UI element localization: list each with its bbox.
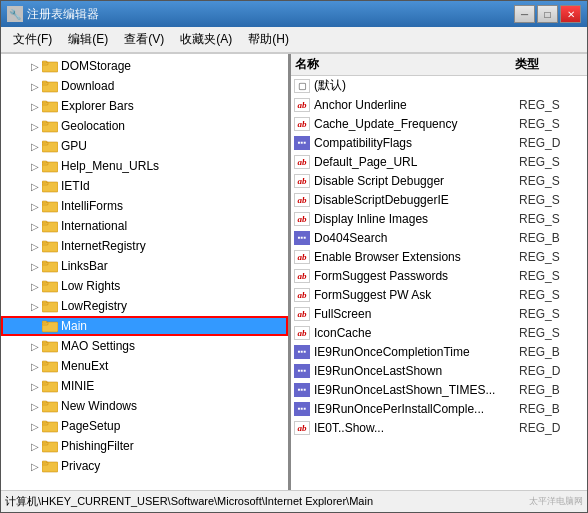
tree-item-label: Privacy — [61, 459, 100, 473]
tree-item-label: New Windows — [61, 399, 137, 413]
folder-icon — [42, 339, 58, 353]
tree-item[interactable]: ▷ New Windows — [1, 396, 288, 416]
list-item[interactable]: ▪▪▪CompatibilityFlagsREG_D — [291, 133, 587, 152]
bin-icon: ▪▪▪ — [294, 136, 310, 150]
bin-icon: ▪▪▪ — [294, 402, 310, 416]
registry-values-list[interactable]: ▢(默认)abAnchor UnderlineREG_SabCache_Upda… — [291, 76, 587, 490]
value-type: REG_S — [519, 117, 585, 131]
watermark: 太平洋电脑网 — [503, 495, 583, 508]
ab-icon: ab — [294, 307, 310, 321]
tree-item[interactable]: ▷ Geolocation — [1, 116, 288, 136]
folder-icon — [42, 459, 58, 473]
folder-icon — [42, 179, 58, 193]
ab-icon: ab — [294, 212, 310, 226]
menu-edit[interactable]: 编辑(E) — [60, 29, 116, 50]
value-type: REG_D — [519, 136, 585, 150]
tree-item[interactable]: ▷ Help_Menu_URLs — [1, 156, 288, 176]
tree-item-label: LinksBar — [61, 259, 108, 273]
list-item[interactable]: abCache_Update_FrequencyREG_S — [291, 114, 587, 133]
list-item[interactable]: abFormSuggest PW AskREG_S — [291, 285, 587, 304]
tree-item[interactable]: ▷ Explorer Bars — [1, 96, 288, 116]
tree-item-label: International — [61, 219, 127, 233]
folder-icon — [42, 219, 58, 233]
list-item[interactable]: ▪▪▪IE9RunOncePerInstallComple...REG_B — [291, 399, 587, 418]
folder-icon — [42, 439, 58, 453]
tree-item[interactable]: ▷ PhishingFilter — [1, 436, 288, 456]
close-button[interactable]: ✕ — [560, 5, 581, 23]
folder-icon — [42, 119, 58, 133]
tree-item[interactable]: ▷ PageSetup — [1, 416, 288, 436]
tree-item[interactable]: ▷ MAO Settings — [1, 336, 288, 356]
list-item[interactable]: abDisplay Inline ImagesREG_S — [291, 209, 587, 228]
tree-item[interactable]: ▷ DOMStorage — [1, 56, 288, 76]
list-item[interactable]: abIconCacheREG_S — [291, 323, 587, 342]
list-item[interactable]: abIE0T..Show...REG_D — [291, 418, 587, 437]
ab-icon: ab — [294, 250, 310, 264]
expand-arrow-icon: ▷ — [29, 420, 41, 432]
value-name: Disable Script Debugger — [314, 174, 519, 188]
list-item[interactable]: abFormSuggest PasswordsREG_S — [291, 266, 587, 285]
ab-icon: ab — [294, 117, 310, 131]
list-item[interactable]: ▪▪▪IE9RunOnceLastShownREG_D — [291, 361, 587, 380]
svg-rect-8 — [42, 101, 47, 103]
tree-item[interactable]: ▷ LowRegistry — [1, 296, 288, 316]
col-name-header: 名称 — [295, 56, 515, 73]
tree-item[interactable]: ▷ Download — [1, 76, 288, 96]
list-item[interactable]: abDisableScriptDebuggerIEREG_S — [291, 190, 587, 209]
tree-item-label: Low Rights — [61, 279, 120, 293]
menu-favorites[interactable]: 收藏夹(A) — [172, 29, 240, 50]
value-name: Default_Page_URL — [314, 155, 519, 169]
tree-item[interactable]: ▷ IETId — [1, 176, 288, 196]
tree-item[interactable]: ▷ MenuExt — [1, 356, 288, 376]
list-item[interactable]: abFullScreenREG_S — [291, 304, 587, 323]
value-type: REG_S — [519, 326, 585, 340]
tree-item[interactable]: ▷ MINIE — [1, 376, 288, 396]
list-item[interactable]: ▢(默认) — [291, 76, 587, 95]
tree-item[interactable]: ▷ Low Rights — [1, 276, 288, 296]
list-item[interactable]: abEnable Browser ExtensionsREG_S — [291, 247, 587, 266]
expand-arrow-icon: ▷ — [29, 440, 41, 452]
maximize-button[interactable]: □ — [537, 5, 558, 23]
tree-item[interactable]: ▷ International — [1, 216, 288, 236]
svg-rect-11 — [42, 121, 47, 123]
value-type: REG_S — [519, 269, 585, 283]
list-item[interactable]: abDefault_Page_URLREG_S — [291, 152, 587, 171]
expand-arrow-icon: ▷ — [29, 160, 41, 172]
list-item[interactable]: abDisable Script DebuggerREG_S — [291, 171, 587, 190]
tree-item[interactable]: ▷ IntelliForms — [1, 196, 288, 216]
value-name: Display Inline Images — [314, 212, 519, 226]
tree-item[interactable]: ▷ GPU — [1, 136, 288, 156]
value-name: DisableScriptDebuggerIE — [314, 193, 519, 207]
value-icon: ab — [293, 306, 311, 322]
list-item[interactable]: ▪▪▪IE9RunOnceLastShown_TIMES...REG_B — [291, 380, 587, 399]
tree-item[interactable]: Main — [1, 316, 288, 336]
tree-item-label: GPU — [61, 139, 87, 153]
folder-icon — [42, 299, 58, 313]
expand-arrow-icon: ▷ — [29, 80, 41, 92]
value-icon: ab — [293, 97, 311, 113]
tree-item[interactable]: ▷ InternetRegistry — [1, 236, 288, 256]
list-item[interactable]: abAnchor UnderlineREG_S — [291, 95, 587, 114]
tree-item-label: IETId — [61, 179, 90, 193]
minimize-button[interactable]: ─ — [514, 5, 535, 23]
title-bar: 🔧 注册表编辑器 ─ □ ✕ — [1, 1, 587, 27]
tree-item[interactable]: ▷ LinksBar — [1, 256, 288, 276]
folder-icon — [42, 239, 58, 253]
value-name: IE9RunOnceLastShown_TIMES... — [314, 383, 519, 397]
value-name: CompatibilityFlags — [314, 136, 519, 150]
tree-item-label: IntelliForms — [61, 199, 123, 213]
registry-tree[interactable]: ▷ DOMStorage▷ Download▷ Explorer Bars▷ G… — [1, 54, 288, 490]
folder-icon — [42, 259, 58, 273]
tree-item[interactable]: ▷ Privacy — [1, 456, 288, 476]
folder-icon — [42, 79, 58, 93]
menu-view[interactable]: 查看(V) — [116, 29, 172, 50]
list-item[interactable]: ▪▪▪Do404SearchREG_B — [291, 228, 587, 247]
menu-help[interactable]: 帮助(H) — [240, 29, 297, 50]
menu-file[interactable]: 文件(F) — [5, 29, 60, 50]
list-item[interactable]: ▪▪▪IE9RunOnceCompletionTimeREG_B — [291, 342, 587, 361]
value-icon: ▪▪▪ — [293, 363, 311, 379]
ab-icon: ab — [294, 269, 310, 283]
status-path: 计算机\HKEY_CURRENT_USER\Software\Microsoft… — [5, 494, 503, 509]
svg-rect-62 — [42, 461, 47, 463]
value-type: REG_S — [519, 98, 585, 112]
